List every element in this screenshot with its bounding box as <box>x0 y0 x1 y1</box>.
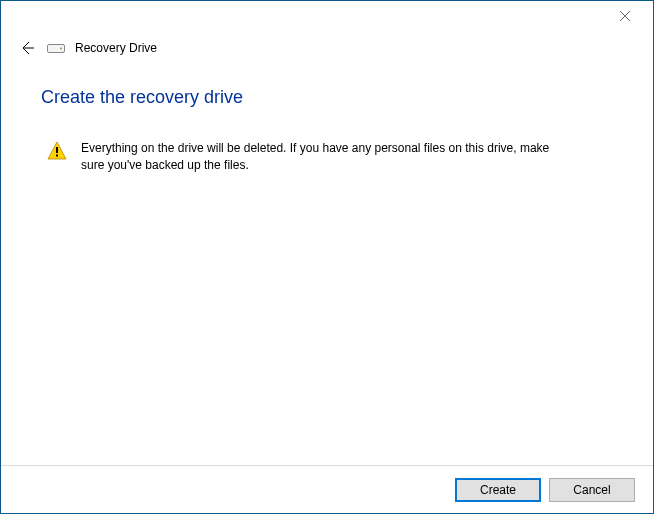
cancel-button[interactable]: Cancel <box>549 478 635 502</box>
create-button[interactable]: Create <box>455 478 541 502</box>
back-arrow-icon <box>19 40 35 56</box>
back-button[interactable] <box>17 38 37 58</box>
titlebar <box>1 1 653 31</box>
warning-text: Everything on the drive will be deleted.… <box>81 140 571 175</box>
wizard-title: Recovery Drive <box>75 41 157 55</box>
svg-rect-7 <box>56 155 58 157</box>
close-icon <box>620 11 630 21</box>
page-heading: Create the recovery drive <box>41 87 613 108</box>
warning-message: Everything on the drive will be deleted.… <box>41 140 613 175</box>
footer-button-bar: Create Cancel <box>1 465 653 513</box>
content-area: Create the recovery drive Everything on … <box>1 59 653 175</box>
warning-icon <box>47 141 67 161</box>
svg-point-4 <box>60 48 62 50</box>
svg-rect-6 <box>56 147 58 153</box>
drive-icon <box>47 41 65 55</box>
wizard-header: Recovery Drive <box>1 31 653 59</box>
close-button[interactable] <box>607 5 643 27</box>
